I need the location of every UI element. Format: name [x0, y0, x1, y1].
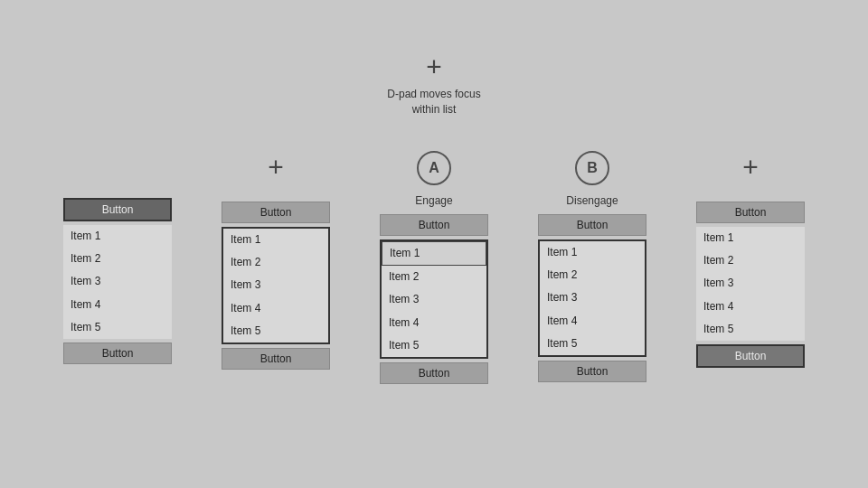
column-5: Button Item 1 Item 2 Item 3 Item 4 Item … — [672, 145, 830, 371]
col4-icon-label: Disengage — [566, 194, 618, 207]
col3-bottom-button[interactable]: Button — [380, 362, 488, 384]
list-item: Item 3 — [223, 274, 328, 296]
col3-top-button[interactable]: Button — [380, 214, 488, 236]
col2-list: Item 1 Item 2 Item 3 Item 4 Item 5 — [222, 227, 330, 344]
list-item: Item 2 — [696, 249, 805, 272]
list-item: Item 2 — [63, 248, 172, 270]
col2-icon — [262, 145, 289, 191]
list-item: Item 3 — [696, 272, 805, 295]
list-item: Item 3 — [382, 288, 486, 311]
column-1: Button Item 1 Item 2 Item 3 Item 4 Item … — [39, 145, 197, 368]
col4-icon: B — [575, 145, 609, 191]
list-item: Item 4 — [63, 294, 172, 316]
col1-top-button[interactable]: Button — [63, 198, 172, 221]
list-item: Item 5 — [223, 320, 328, 343]
col3-icon: A — [417, 145, 451, 191]
list-item: Item 3 — [63, 270, 172, 293]
col2-top-button[interactable]: Button — [222, 202, 330, 223]
list-item: Item 1 — [696, 227, 805, 249]
cross-icon-2 — [737, 155, 764, 182]
list-item: Item 5 — [63, 316, 172, 339]
page-container: D-pad moves focus within list Button Ite… — [0, 0, 868, 488]
col4-top-button[interactable]: Button — [538, 214, 646, 236]
list-item: Item 3 — [540, 286, 645, 309]
a-button-icon: A — [417, 151, 451, 185]
col1-bottom-button[interactable]: Button — [63, 343, 172, 364]
list-item: Item 4 — [382, 312, 486, 334]
col5-list: Item 1 Item 2 Item 3 Item 4 Item 5 — [696, 227, 805, 341]
list-item: Item 5 — [382, 334, 486, 357]
col5-top-button[interactable]: Button — [696, 202, 805, 223]
col2-bottom-button[interactable]: Button — [222, 348, 330, 370]
list-item: Item 5 — [540, 333, 645, 355]
col5-bottom-button[interactable]: Button — [696, 344, 805, 368]
list-item: Item 4 — [696, 296, 805, 318]
col3-icon-label: Engage — [415, 194, 452, 207]
list-item: Item 4 — [540, 310, 645, 333]
column-2: Button Item 1 Item 2 Item 3 Item 4 Item … — [197, 145, 355, 373]
column-3: A Engage Button Item 1 Item 2 Item 3 Ite… — [355, 145, 514, 388]
columns-row: Button Item 1 Item 2 Item 3 Item 4 Item … — [0, 145, 868, 388]
list-item: Item 2 — [382, 266, 486, 288]
list-item: Item 5 — [696, 318, 805, 341]
col4-list: Item 1 Item 2 Item 3 Item 4 Item 5 — [538, 239, 646, 357]
list-item: Item 2 — [223, 251, 328, 274]
col5-icon — [737, 145, 764, 191]
col1-list: Item 1 Item 2 Item 3 Item 4 Item 5 — [63, 225, 172, 339]
dpad-info-text: D-pad moves focus within list — [387, 87, 480, 117]
col4-bottom-button[interactable]: Button — [538, 361, 646, 382]
list-item: Item 2 — [540, 264, 645, 286]
cross-icon — [262, 155, 289, 182]
col3-list: Item 1 Item 2 Item 3 Item 4 Item 5 — [380, 239, 488, 359]
b-button-icon: B — [575, 151, 609, 185]
list-item: Item 1 — [63, 225, 172, 248]
column-4: B Disengage Button Item 1 Item 2 Item 3 … — [514, 145, 672, 386]
dpad-top-icon — [420, 54, 448, 81]
list-item: Item 1 — [223, 229, 328, 251]
list-item: Item 1 — [540, 241, 645, 264]
list-item: Item 4 — [223, 297, 328, 320]
list-item: Item 1 — [382, 241, 486, 266]
center-info: D-pad moves focus within list — [387, 54, 480, 117]
